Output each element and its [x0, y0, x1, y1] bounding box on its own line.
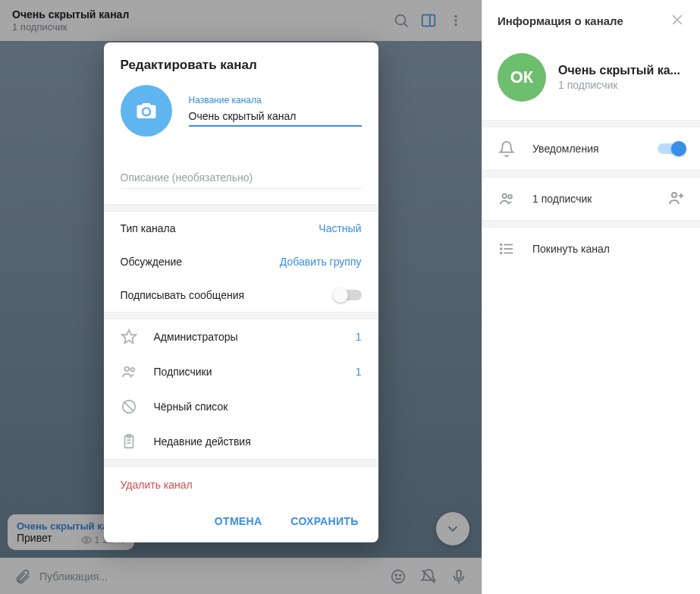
svg-point-35 [501, 253, 502, 254]
channel-name-input[interactable] [189, 105, 362, 127]
ban-icon [121, 398, 137, 415]
sidebar-subscribers-count: 1 подписчик [532, 193, 650, 205]
sign-messages-toggle[interactable] [334, 290, 362, 300]
cancel-button[interactable]: ОТМЕНА [202, 508, 274, 535]
recent-actions-row[interactable]: Недавние действия [104, 424, 378, 459]
channel-type-label: Тип канала [121, 222, 176, 234]
channel-description-input[interactable] [121, 167, 362, 189]
leave-channel-label: Покинуть канал [532, 243, 685, 255]
sign-messages-row[interactable]: Подписывать сообщения [104, 278, 378, 312]
channel-type-value: Частный [319, 222, 361, 234]
sidebar-profile[interactable]: ОК Очень скрытый ка... 1 подписчик [482, 41, 700, 120]
star-icon [121, 328, 137, 345]
subscribers-row[interactable]: Подписчики 1 [104, 354, 378, 389]
sidebar-subscribers-row[interactable]: 1 подписчик [482, 178, 700, 220]
delete-channel-button[interactable]: Удалить канал [104, 467, 378, 503]
avatar: ОК [498, 53, 546, 102]
notifications-row[interactable]: Уведомления [482, 127, 700, 170]
svg-point-15 [124, 367, 129, 372]
modal-overlay[interactable]: Редактировать канал Название канала Тип … [0, 0, 482, 594]
recent-actions-label: Недавние действия [154, 435, 362, 448]
add-subscriber-icon[interactable] [667, 189, 685, 209]
save-button[interactable]: СОХРАНИТЬ [278, 508, 370, 535]
admins-row[interactable]: Администраторы 1 [104, 319, 378, 354]
people-icon [498, 190, 516, 207]
svg-point-34 [501, 248, 502, 250]
discussion-label: Обсуждение [121, 256, 183, 268]
sidebar-separator [482, 120, 700, 127]
notifications-label: Уведомления [532, 143, 641, 155]
sidebar-subscribers: 1 подписчик [558, 79, 680, 91]
svg-marker-14 [121, 330, 135, 343]
close-icon[interactable] [670, 12, 685, 30]
admins-label: Администраторы [154, 331, 339, 343]
camera-icon [135, 99, 158, 122]
dialog-separator [104, 204, 378, 212]
dialog-separator [104, 459, 378, 467]
discussion-row[interactable]: Обсуждение Добавить группу [104, 245, 378, 278]
people-icon [121, 363, 137, 380]
blacklist-label: Чёрный список [154, 401, 362, 413]
subscribers-count: 1 [356, 366, 362, 378]
svg-point-27 [672, 193, 676, 197]
clipboard-icon [121, 433, 137, 450]
svg-point-33 [501, 244, 502, 246]
admins-count: 1 [356, 331, 362, 343]
svg-line-18 [124, 402, 133, 412]
leave-channel-row[interactable]: Покинуть канал [482, 228, 700, 270]
sidebar-header: Информация о канале [482, 0, 700, 41]
bell-icon [498, 140, 516, 157]
svg-point-26 [508, 195, 512, 199]
dialog-separator [104, 312, 378, 319]
sign-messages-label: Подписывать сообщения [121, 289, 245, 301]
svg-point-25 [503, 194, 507, 199]
dialog-title: Редактировать канал [104, 42, 378, 85]
svg-point-16 [130, 368, 134, 372]
discussion-value: Добавить группу [280, 256, 362, 268]
sidebar-title: Информация о канале [498, 14, 670, 27]
list-icon [498, 240, 516, 257]
subscribers-label: Подписчики [154, 366, 339, 378]
channel-name-label: Название канала [189, 95, 362, 105]
sidebar-separator [482, 170, 700, 178]
edit-channel-dialog: Редактировать канал Название канала Тип … [104, 42, 378, 542]
sidebar-channel-name: Очень скрытый ка... [558, 64, 680, 77]
blacklist-row[interactable]: Чёрный список [104, 389, 378, 424]
channel-photo-button[interactable] [121, 85, 172, 137]
notifications-toggle[interactable] [658, 143, 685, 154]
channel-type-row[interactable]: Тип канала Частный [104, 212, 378, 245]
sidebar-separator [482, 220, 700, 228]
